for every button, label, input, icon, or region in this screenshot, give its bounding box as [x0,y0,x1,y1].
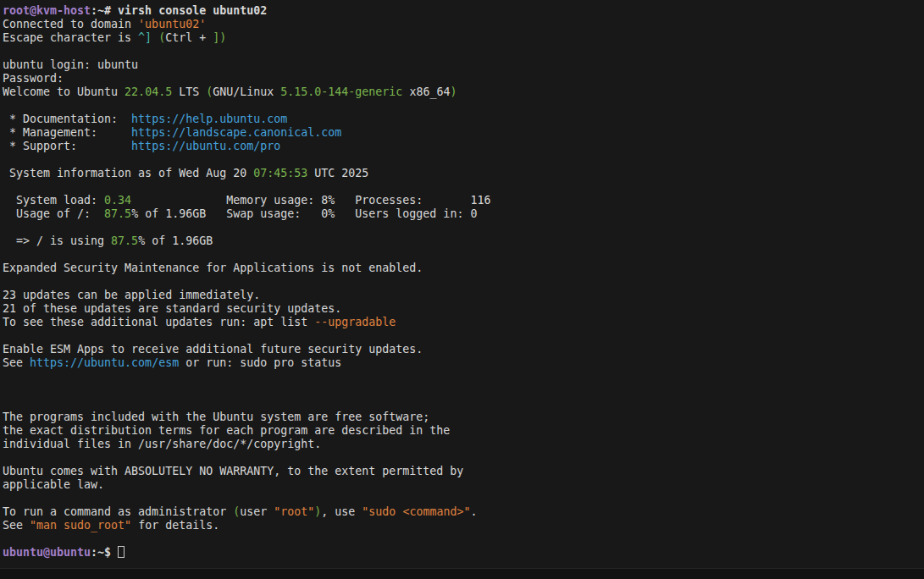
terminal-line: 21 of these updates are standard securit… [3,302,924,316]
terminal-line: 23 updates can be applied immediately. [3,289,924,302]
text-segment: https://help.ubuntu.com [131,113,287,125]
text-segment: 22.04.5 [124,85,172,98]
text-segment: * Support: [3,140,131,152]
terminal-line: applicable law. [3,478,924,492]
window-bottom-edge [0,568,924,579]
text-segment: ^] [138,31,152,44]
text-segment: Memory usage: 8% Processes: 116 [131,194,490,207]
text-segment: Connected to domain [3,18,138,30]
text-segment: 5.15.0-144-generic [280,85,402,98]
text-segment: System load: [3,194,104,207]
text-segment: root@kvm-host [3,4,91,17]
terminal-line [3,329,924,343]
text-segment: Usage of /: [3,207,104,220]
text-segment: System information as of Wed Aug 20 [3,167,253,179]
terminal-cursor [118,546,124,558]
text-segment: * Management: [3,126,131,139]
terminal-line [3,221,924,234]
terminal-line: System load: 0.34 Memory usage: 8% Proce… [3,194,924,207]
terminal-line [3,451,924,465]
terminal-line: To see these additional updates run: apt… [3,316,924,329]
terminal-line: * Support: https://ubuntu.com/pro [3,140,924,153]
terminal-line: See https://ubuntu.com/esm or run: sudo … [3,356,924,370]
text-segment: "sudo <command>" [362,505,470,518]
text-segment: ubuntu@ubuntu [3,546,91,559]
terminal-line: To run a command as administrator (user … [3,505,924,519]
terminal-line: Enable ESM Apps to receive additional fu… [3,343,924,356]
terminal-line [3,45,924,58]
text-segment: Escape character is [3,31,138,44]
terminal-line: Escape character is ^] (Ctrl + ]) [3,31,924,45]
terminal-line: Connected to domain 'ubuntu02' [3,18,924,31]
text-segment: The programs included with the Ubuntu sy… [3,411,429,423]
terminal-line [3,397,924,411]
terminal-line: individual files in /usr/share/doc/*/cop… [3,438,924,451]
text-segment: "root" [274,505,314,518]
text-segment: UTC 2025 [307,167,368,179]
terminal-line: ubuntu login: ubuntu [3,58,924,72]
terminal-line [3,383,924,397]
terminal-window: root@kvm-host:~# virsh console ubuntu02C… [0,0,924,579]
terminal-line [3,153,924,167]
text-segment: Ctrl + [165,31,213,44]
text-segment: x86_64 [402,85,450,98]
text-segment: for details. [131,519,219,532]
text-segment: To see these additional updates run: apt… [3,316,314,328]
text-segment: Password: [3,72,64,85]
text-segment: ( [233,505,240,518]
text-segment: 23 updates can be applied immediately. [3,289,260,301]
text-segment: :~# virsh console ubuntu02 [91,4,267,17]
terminal-line: => / is using 87.5% of 1.96GB [3,234,924,248]
terminal-line: Usage of /: 87.5% of 1.96GB Swap usage: … [3,207,924,221]
terminal-line: Welcome to Ubuntu 22.04.5 LTS (GNU/Linux… [3,85,924,99]
terminal-line: Expanded Security Maintenance for Applic… [3,262,924,275]
text-segment: individual files in /usr/share/doc/*/cop… [3,438,321,450]
text-segment: , use [321,505,362,518]
text-segment: ubuntu login: ubuntu [3,58,138,71]
text-segment: --upgradable [314,316,396,328]
text-segment: https://ubuntu.com/esm [30,356,179,369]
text-segment: or run: sudo pro status [179,356,341,369]
terminal-line: See "man sudo_root" for details. [3,519,924,532]
terminal-line [3,248,924,262]
text-segment [152,31,158,44]
terminal-line: * Documentation: https://help.ubuntu.com [3,113,924,126]
terminal-line: the exact distribution terms for each pr… [3,424,924,438]
terminal-line: ubuntu@ubuntu:~$ [3,546,924,560]
terminal-line [3,370,924,383]
terminal-line: System information as of Wed Aug 20 07:4… [3,167,924,180]
text-segment: 'ubuntu02' [138,18,206,30]
text-segment: 87.5 [104,207,131,220]
text-segment: user [240,505,274,518]
text-segment: "man sudo_root" [30,519,131,532]
text-segment: ( [158,31,165,44]
text-segment: LTS [172,85,206,98]
text-segment: * Documentation: [3,113,131,125]
terminal-line: Ubuntu comes with ABSOLUTELY NO WARRANTY… [3,465,924,478]
text-segment: Enable ESM Apps to receive additional fu… [3,343,423,356]
terminal-line [3,275,924,289]
text-segment: ]) [213,31,226,44]
text-segment: GNU/Linux [213,85,280,98]
text-segment: Ubuntu comes with ABSOLUTELY NO WARRANTY… [3,465,463,477]
text-segment: % of 1.96GB Swap usage: 0% Users logged … [131,207,477,220]
text-segment: 87.5 [111,234,138,247]
text-segment: . [470,505,477,518]
text-segment: https://ubuntu.com/pro [131,140,280,152]
text-segment: Welcome to Ubuntu [3,85,124,98]
text-segment: See [3,356,30,369]
text-segment: To run a command as administrator [3,505,233,518]
text-segment: the exact distribution terms for each pr… [3,424,450,437]
text-segment: => / is using [3,234,111,247]
terminal-line [3,180,924,194]
text-segment: https://landscape.canonical.com [131,126,341,139]
text-segment: See [3,519,30,532]
terminal-line [3,532,924,546]
text-segment: :~$ [91,546,118,559]
terminal-line: root@kvm-host:~# virsh console ubuntu02 [3,4,924,18]
text-segment: 07:45:53 [253,167,307,179]
text-segment: % of 1.96GB [138,234,213,247]
text-segment: 0.34 [104,194,131,207]
terminal-line: The programs included with the Ubuntu sy… [3,411,924,424]
terminal-screen[interactable]: root@kvm-host:~# virsh console ubuntu02C… [0,0,924,569]
